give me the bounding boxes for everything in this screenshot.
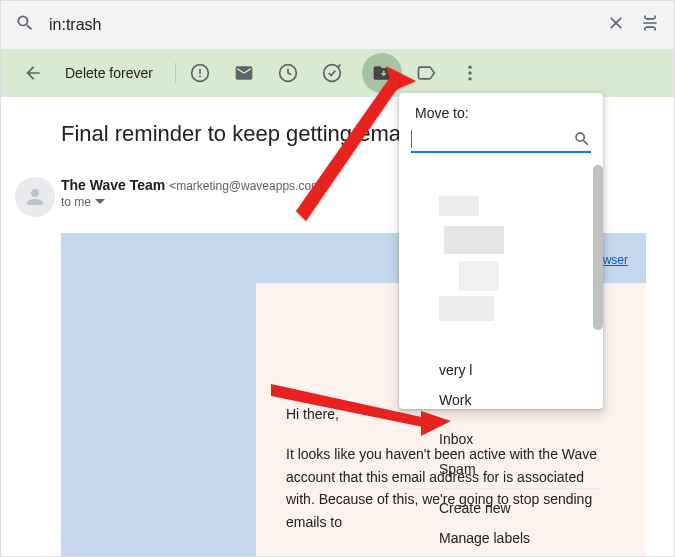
- delete-forever-button[interactable]: Delete forever: [57, 65, 171, 81]
- email-toolbar: Delete forever: [1, 49, 674, 97]
- mark-unread-button[interactable]: [224, 53, 264, 93]
- popup-search[interactable]: [411, 127, 591, 153]
- back-button[interactable]: [13, 53, 53, 93]
- move-to-button[interactable]: [362, 53, 402, 93]
- svg-point-4: [468, 77, 471, 80]
- svg-rect-0: [199, 69, 201, 74]
- view-in-browser-link[interactable]: wser: [603, 253, 628, 267]
- search-options-icon[interactable]: [640, 13, 660, 37]
- popup-label-item[interactable]: Work: [399, 385, 603, 415]
- search-input[interactable]: [49, 16, 592, 34]
- popup-item-inbox[interactable]: Inbox: [399, 424, 603, 454]
- sender-email: <marketing@waveapps.com: [169, 179, 321, 193]
- popup-label-item[interactable]: very l: [399, 355, 603, 385]
- popup-item-spam[interactable]: Spam: [399, 454, 603, 484]
- snooze-button[interactable]: [268, 53, 308, 93]
- svg-rect-1: [199, 76, 201, 78]
- sender-name: The Wave Team: [61, 177, 165, 193]
- search-icon: [15, 13, 35, 37]
- popup-item-manage-labels[interactable]: Manage labels: [399, 523, 603, 553]
- search-icon: [573, 130, 591, 148]
- add-to-tasks-button[interactable]: [312, 53, 352, 93]
- svg-point-2: [468, 66, 471, 69]
- svg-point-3: [468, 71, 471, 74]
- popup-title: Move to:: [399, 105, 603, 127]
- report-spam-button[interactable]: [180, 53, 220, 93]
- more-button[interactable]: [450, 53, 490, 93]
- avatar: [15, 177, 55, 217]
- popup-item-create-new[interactable]: Create new: [399, 493, 603, 523]
- labels-button[interactable]: [406, 53, 446, 93]
- popup-search-input[interactable]: [412, 131, 591, 147]
- popup-scrollbar[interactable]: [593, 165, 603, 330]
- clear-search-icon[interactable]: [606, 13, 626, 37]
- redacted-overlay: [429, 176, 539, 346]
- search-bar: [1, 1, 674, 49]
